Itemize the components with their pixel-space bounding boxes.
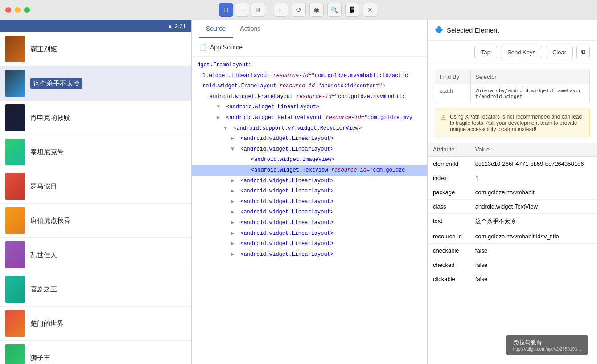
toolbar: ⊡ → ⊞ ← ↺ ◉ 🔍 📱 ✕ [219, 3, 378, 17]
attr-cell: checked [428, 258, 470, 272]
tree-node-selected[interactable]: <android.widget.TextView resource-id="co… [192, 165, 427, 176]
list-item[interactable]: 楚门的世界 [0, 307, 191, 341]
element-icon: 🔷 [435, 26, 443, 34]
table-row: elementId8c113c10-266f-4771-bb59-be72643… [428, 157, 597, 171]
list-item[interactable]: 泰坦尼克号 [0, 135, 191, 169]
device-button[interactable]: 📱 [345, 3, 359, 17]
find-selector-grid: Find By Selector xpath /hierarchy/androi… [435, 70, 590, 103]
tree-node[interactable]: roid.widget.FrameLayout resource-id="and… [192, 81, 427, 92]
tab-actions[interactable]: Actions [233, 20, 268, 38]
grid-tool-button[interactable]: ⊞ [251, 3, 265, 17]
list-item[interactable]: 乱世佳人 [0, 238, 191, 272]
list-item[interactable]: 喜剧之王 [0, 272, 191, 307]
movie-thumb [5, 139, 25, 165]
tree-node[interactable]: ▶ <android.widget.LinearLayout> [192, 218, 427, 229]
table-row: checkablefalse [428, 244, 597, 258]
eye-button[interactable]: ◉ [309, 3, 324, 17]
list-item[interactable]: 这个杀手不太冷 [0, 66, 191, 101]
value-cell: false [470, 244, 597, 258]
movie-thumb [5, 173, 25, 200]
device-statusbar: ▲ 2:21 [0, 20, 191, 32]
window-controls [5, 7, 30, 13]
device-screen: 霸王别姬 这个杀手不太冷 肖申克的救赎 泰坦尼克号 罗马假日 唐伯虎点秋香 [0, 32, 191, 364]
list-item[interactable]: 肖申克的救赎 [0, 101, 191, 135]
movie-title: 楚门的世界 [30, 319, 64, 328]
tree-node[interactable]: dget.FrameLayout> [192, 60, 427, 71]
wifi-icon: ▲ [167, 23, 173, 29]
find-by-header: Find By [435, 70, 471, 84]
value-cell: com.goldze.mvvmhabit:id/tv_title [470, 229, 597, 244]
list-item[interactable]: 狮子王 [0, 341, 191, 364]
selector-value: /hierarchy/android.widget.FrameLayout/an… [471, 84, 589, 103]
movie-title: 唐伯虎点秋香 [30, 217, 70, 225]
value-cell: false [470, 272, 597, 286]
source-tree: dget.FrameLayout> l.widget.LinearLayout … [192, 57, 427, 263]
back-nav-button[interactable]: ← [274, 3, 288, 17]
tree-node[interactable]: ▶ <android.widget.LinearLayout> [192, 249, 427, 260]
copy-button[interactable]: ⧉ [576, 46, 590, 58]
attr-cell: elementId [428, 157, 470, 171]
value-cell: 这个杀手不太冷 [470, 214, 597, 229]
value-cell: 1 [470, 171, 597, 185]
search-button[interactable]: 🔍 [327, 3, 342, 17]
attr-column-header: Attribute [428, 143, 470, 157]
movie-thumb [5, 207, 25, 234]
tree-node[interactable]: ▶ <android.widget.RelativeLayout resourc… [192, 113, 427, 123]
table-row: clickablefalse [428, 272, 597, 286]
tree-node[interactable]: ▼ <android.widget.LinearLayout> [192, 144, 427, 155]
movie-thumb [5, 344, 25, 364]
send-keys-button[interactable]: Send Keys [501, 46, 542, 58]
tree-node[interactable]: ▶ <android.widget.LinearLayout> [192, 134, 427, 144]
movie-title: 狮子王 [30, 354, 50, 362]
device-panel: ▲ 2:21 霸王别姬 这个杀手不太冷 肖申克的救赎 泰坦尼克号 [0, 20, 192, 364]
tree-node[interactable]: android.widget.FrameLayout resource-id="… [192, 92, 427, 102]
close-nav-button[interactable]: ✕ [363, 3, 377, 17]
clear-button[interactable]: Clear [546, 46, 573, 58]
tap-button[interactable]: Tap [474, 46, 497, 58]
attr-cell: class [428, 200, 470, 214]
tree-node[interactable]: ▼ <android.support.v7.widget.RecyclerVie… [192, 123, 427, 134]
movie-thumb [5, 70, 25, 97]
main-content: ▲ 2:21 霸王别姬 这个杀手不太冷 肖申克的救赎 泰坦尼克号 [0, 20, 597, 364]
tree-node[interactable]: l.widget.LinearLayout resource-id="com.g… [192, 71, 427, 82]
list-item[interactable]: 霸王别姬 [0, 32, 191, 66]
close-button[interactable] [5, 7, 11, 13]
refresh-button[interactable]: ↺ [292, 3, 306, 17]
table-row: checkedfalse [428, 258, 597, 272]
value-cell: android.widget.TextView [470, 200, 597, 214]
minimize-button[interactable] [15, 7, 21, 13]
source-panel: Source Actions 📄 App Source dget.FrameLa… [192, 20, 428, 364]
tree-node[interactable]: ▶ <android.widget.LinearLayout> [192, 176, 427, 187]
tree-node[interactable]: ▼ <android.widget.LinearLayout> [192, 102, 427, 113]
movie-title: 霸王别姬 [30, 45, 57, 53]
list-item[interactable]: 罗马假日 [0, 169, 191, 204]
tree-node[interactable]: ▶ <android.widget.LinearLayout> [192, 239, 427, 249]
titlebar: ⊡ → ⊞ ← ↺ ◉ 🔍 📱 ✕ [0, 0, 597, 20]
movie-title: 罗马假日 [30, 182, 57, 191]
selector-header: Selector [471, 70, 589, 84]
source-header: 📄 App Source [192, 38, 427, 57]
tree-node[interactable]: ▶ <android.widget.LinearLayout> [192, 229, 427, 239]
tree-node[interactable]: ▶ <android.widget.LinearLayout> [192, 197, 427, 208]
movie-title: 肖申克的救赎 [30, 114, 70, 122]
movie-thumb [5, 104, 25, 131]
source-file-icon: 📄 [199, 44, 206, 51]
select-tool-button[interactable]: ⊡ [219, 3, 233, 17]
list-item[interactable]: 唐伯虎点秋香 [0, 204, 191, 238]
tab-source[interactable]: Source [199, 20, 233, 38]
xpath-warning: ⚠ Using XPath locators is not recommende… [435, 109, 590, 137]
find-by-value: xpath [435, 84, 471, 103]
attr-cell: package [428, 185, 470, 200]
source-content[interactable]: dget.FrameLayout> l.widget.LinearLayout … [192, 57, 427, 364]
movie-thumb [5, 241, 25, 268]
tree-node[interactable]: ▶ <android.widget.LinearLayout> [192, 186, 427, 197]
element-actions: Tap Send Keys Clear ⧉ [428, 41, 597, 64]
tree-node[interactable]: ▶ <android.widget.LinearLayout> [192, 207, 427, 218]
warning-icon: ⚠ [441, 114, 446, 132]
forward-tool-button[interactable]: → [235, 3, 249, 17]
maximize-button[interactable] [24, 7, 30, 13]
table-row: index1 [428, 171, 597, 185]
movie-title: 乱世佳人 [30, 251, 57, 259]
attr-cell: clickable [428, 272, 470, 286]
tree-node[interactable]: <android.widget.ImageView> [192, 155, 427, 165]
